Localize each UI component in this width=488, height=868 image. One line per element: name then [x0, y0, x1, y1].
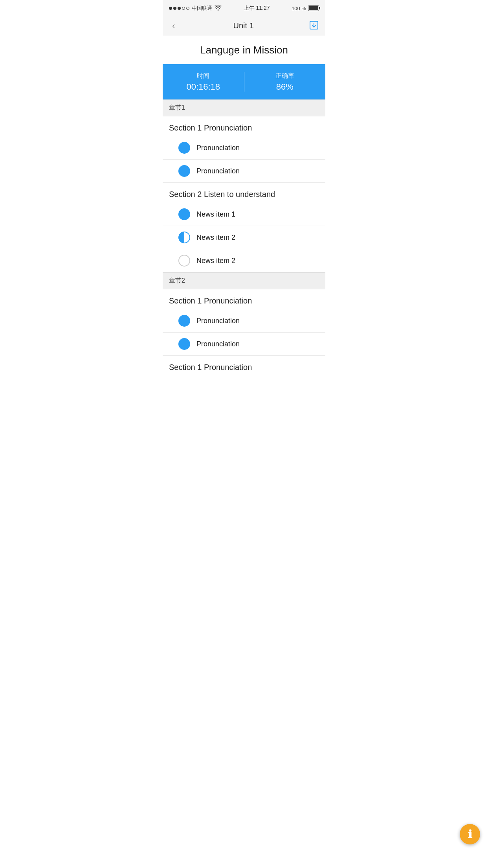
signal-dot-1 — [169, 7, 172, 10]
time-stat: 时间 00:16:18 — [163, 72, 244, 92]
progress-icon-full — [178, 165, 190, 177]
accuracy-label: 正确率 — [275, 72, 294, 80]
progress-icon-full — [178, 338, 190, 350]
download-button[interactable] — [309, 20, 319, 32]
section-title-2-2: Section 1 Pronunciation — [163, 356, 325, 376]
signal-dot-2 — [173, 7, 176, 10]
item-label: News item 1 — [196, 210, 235, 219]
list-item[interactable]: Pronunciation — [163, 333, 325, 356]
item-label: Pronunciation — [196, 167, 240, 175]
status-right: 100 % — [292, 6, 319, 11]
status-time: 上午 11:27 — [244, 5, 270, 12]
list-item[interactable]: News item 1 — [163, 203, 325, 226]
time-value: 00:16:18 — [186, 82, 220, 92]
back-button[interactable]: ‹ — [169, 19, 178, 33]
nav-title: Unit 1 — [233, 21, 254, 30]
list-item[interactable]: Pronunciation — [163, 136, 325, 160]
item-label: Pronunciation — [196, 340, 240, 348]
nav-bar: ‹ Unit 1 — [163, 16, 325, 36]
accuracy-value: 86% — [276, 82, 294, 92]
progress-icon-empty — [178, 255, 190, 267]
carrier-label: 中国联通 — [192, 5, 212, 12]
list-item[interactable]: News item 2 — [163, 249, 325, 272]
battery-percentage: 100 % — [292, 6, 306, 11]
status-bar: 中国联通 上午 11:27 100 % — [163, 0, 325, 16]
time-label: 时间 — [197, 72, 209, 80]
progress-icon-full — [178, 142, 190, 154]
section-title-2-1: Section 1 Pronunciation — [163, 289, 325, 309]
chapter-header-1: 章节1 — [163, 99, 325, 116]
content-area: 章节1Section 1 PronunciationPronunciationP… — [163, 99, 325, 376]
chapter-header-2: 章节2 — [163, 272, 325, 289]
wifi-icon — [215, 5, 222, 12]
stats-banner: 时间 00:16:18 正确率 86% — [163, 64, 325, 99]
item-label: Pronunciation — [196, 144, 240, 152]
signal-dots — [169, 7, 189, 10]
progress-icon-full — [178, 315, 190, 327]
item-label: News item 2 — [196, 257, 235, 265]
status-left: 中国联通 — [169, 5, 222, 12]
list-item[interactable]: Pronunciation — [163, 160, 325, 183]
item-label: Pronunciation — [196, 317, 240, 325]
list-item[interactable]: Pronunciation — [163, 309, 325, 333]
item-label: News item 2 — [196, 234, 235, 242]
section-title-1-2: Section 2 Listen to understand — [163, 183, 325, 203]
progress-icon-full — [178, 208, 190, 220]
signal-dot-3 — [178, 7, 181, 10]
page-title: Languge in Mission — [163, 36, 325, 64]
section-title-1-1: Section 1 Pronunciation — [163, 116, 325, 136]
accuracy-stat: 正确率 86% — [244, 72, 326, 92]
signal-dot-5 — [186, 7, 189, 10]
list-item[interactable]: News item 2 — [163, 226, 325, 249]
progress-icon-half — [178, 232, 190, 243]
battery-icon — [308, 6, 319, 11]
signal-dot-4 — [182, 7, 185, 10]
battery-fill — [309, 6, 318, 10]
